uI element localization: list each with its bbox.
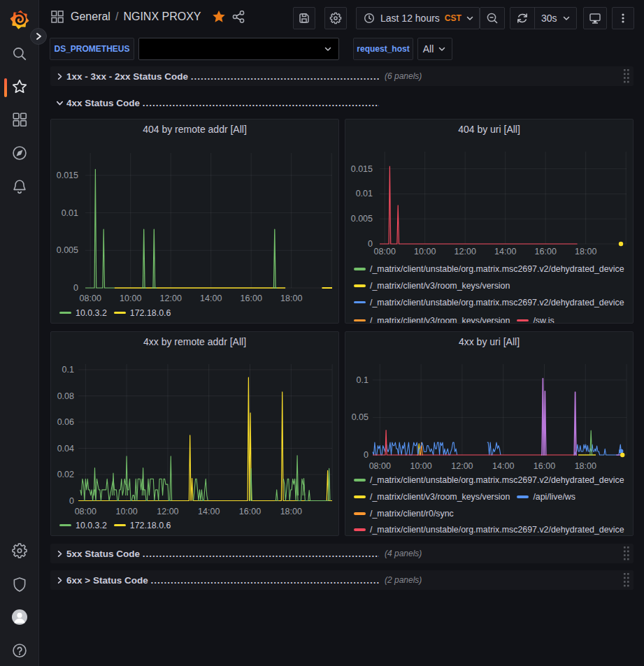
svg-text:0: 0	[364, 450, 368, 460]
svg-text:0: 0	[69, 496, 74, 506]
svg-text:0.005: 0.005	[351, 214, 373, 224]
svg-text:10:00: 10:00	[410, 461, 431, 471]
svg-text:0.015: 0.015	[57, 171, 78, 180]
svg-text:16:00: 16:00	[534, 461, 555, 471]
svg-text:12:00: 12:00	[455, 247, 476, 256]
svg-text:08:00: 08:00	[75, 507, 96, 516]
svg-text:14:00: 14:00	[494, 247, 516, 256]
svg-text:0.005: 0.005	[57, 245, 78, 255]
svg-text:10:00: 10:00	[115, 507, 137, 516]
svg-text:0.01: 0.01	[62, 208, 78, 218]
svg-text:14:00: 14:00	[200, 294, 222, 303]
svg-text:0: 0	[368, 239, 373, 249]
svg-text:0.1: 0.1	[62, 365, 74, 375]
svg-text:12:00: 12:00	[451, 461, 473, 471]
svg-text:0.015: 0.015	[351, 164, 373, 174]
svg-text:18:00: 18:00	[575, 461, 596, 471]
svg-text:18:00: 18:00	[280, 294, 302, 303]
svg-text:0.05: 0.05	[352, 412, 368, 422]
svg-text:08:00: 08:00	[369, 461, 391, 471]
svg-text:10:00: 10:00	[120, 294, 141, 303]
svg-text:0.04: 0.04	[57, 444, 74, 454]
svg-text:0.1: 0.1	[357, 375, 368, 385]
svg-text:14:00: 14:00	[198, 507, 220, 516]
svg-text:08:00: 08:00	[374, 247, 396, 256]
svg-text:18:00: 18:00	[575, 247, 596, 256]
svg-text:12:00: 12:00	[157, 507, 178, 516]
svg-text:16:00: 16:00	[239, 507, 261, 516]
svg-text:18:00: 18:00	[280, 507, 302, 516]
svg-text:12:00: 12:00	[160, 294, 182, 303]
svg-text:0: 0	[73, 283, 78, 293]
svg-text:08:00: 08:00	[80, 294, 101, 303]
svg-text:0.06: 0.06	[57, 417, 74, 427]
svg-text:16:00: 16:00	[535, 247, 557, 256]
svg-text:0.01: 0.01	[356, 189, 373, 198]
svg-text:16:00: 16:00	[241, 294, 262, 303]
svg-text:10:00: 10:00	[414, 247, 436, 256]
svg-text:14:00: 14:00	[492, 461, 514, 471]
svg-text:0.08: 0.08	[57, 391, 74, 401]
svg-text:0.02: 0.02	[57, 470, 74, 479]
